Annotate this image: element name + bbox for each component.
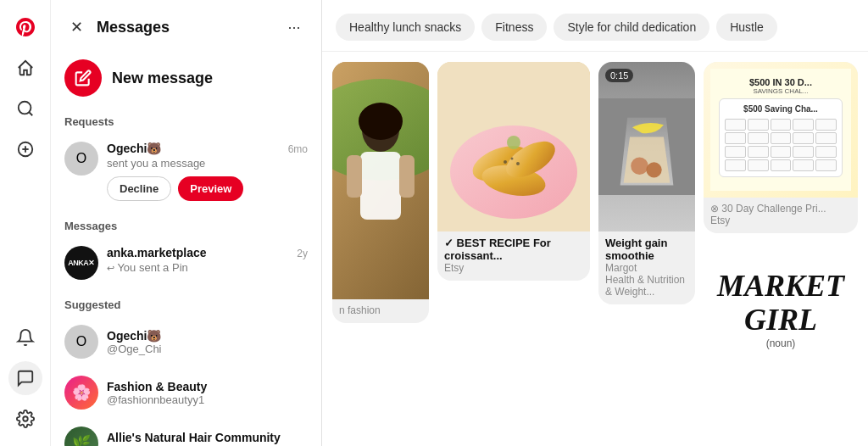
- pin-column-2: ✓ BEST RECIPE For croissant... Etsy: [437, 62, 590, 436]
- fashion-avatar: 🌸: [64, 376, 98, 410]
- ogechi-suggested-handle: @Oge_Chi: [107, 343, 162, 355]
- pin-card-woman-body: n fashion: [332, 299, 429, 323]
- messages-scroll-area[interactable]: Requests O Ogechi🐻 sent you a message De…: [51, 105, 321, 446]
- pinterest-logo[interactable]: [8, 10, 42, 44]
- pin-card-market-girl[interactable]: MARKETGIRL (noun): [704, 242, 858, 377]
- savings-grid: [725, 119, 837, 171]
- notifications-nav-item[interactable]: [8, 321, 42, 354]
- home-nav-item[interactable]: [8, 51, 42, 85]
- svg-point-21: [507, 136, 520, 149]
- messages-header-left: ✕ Messages: [64, 15, 170, 39]
- svg-rect-11: [347, 155, 362, 198]
- messages-section-header: Messages: [51, 209, 321, 237]
- pin-column-1: n fashion: [332, 62, 429, 436]
- pin-column-3: 0:15: [598, 62, 695, 436]
- pin-image-smoothie: [598, 62, 695, 231]
- message-item-anka[interactable]: ANKA✕ anka.marketplace ↩ You sent a Pin …: [51, 237, 321, 288]
- pin-grid: n fashion: [322, 52, 868, 446]
- explore-nav-item[interactable]: [8, 92, 42, 125]
- tab-healthy-lunch[interactable]: Healthy lunch snacks: [336, 14, 475, 41]
- suggested-item-ogechi[interactable]: O Ogechi🐻 @Oge_Chi: [51, 316, 321, 367]
- pin-image-savings: $500 IN 30 D... SAVINGS CHAL... $500 Sav…: [704, 62, 858, 198]
- pin-image-woman: [332, 62, 429, 299]
- suggested-item-fashion[interactable]: 🌸 Fashion & Beauty @fashionnbeautyy1: [51, 367, 321, 418]
- pin-card-smoothie[interactable]: 0:15: [598, 62, 695, 304]
- anka-name: anka.marketplace: [107, 246, 288, 259]
- pin-card-savings-desc: ⊗ 30 Day Challenge Pri...: [710, 203, 851, 215]
- svg-point-18: [504, 160, 507, 164]
- pin-card-savings-source: Etsy: [710, 215, 851, 226]
- tab-hustle[interactable]: Hustle: [716, 14, 777, 41]
- anka-avatar: ANKA✕: [64, 246, 98, 280]
- pin-card-smoothie-body: Weight gain smoothie Margot Health & Nut…: [598, 231, 695, 304]
- pin-card-croissant-source: Etsy: [444, 262, 583, 274]
- suggested-item-allie[interactable]: 🌿 Allie's Natural Hair Community @allier…: [51, 418, 321, 446]
- messages-panel: ✕ Messages ··· New message Requests O Og…: [51, 0, 322, 446]
- pin-card-croissant-body: ✓ BEST RECIPE For croissant... Etsy: [437, 231, 590, 281]
- ogechi-suggested-name: Ogechi🐻: [107, 329, 162, 343]
- fashion-info: Fashion & Beauty @fashionnbeautyy1: [107, 380, 207, 406]
- tab-style-child[interactable]: Style for child dedication: [554, 14, 709, 41]
- svg-point-24: [646, 162, 661, 177]
- requests-section-header: Requests: [51, 105, 321, 133]
- pin-card-croissant-title: ✓ BEST RECIPE For croissant...: [444, 237, 583, 262]
- messages-nav-item[interactable]: [8, 361, 42, 395]
- ogechi-request-name: Ogechi🐻: [107, 142, 280, 155]
- svg-point-5: [23, 416, 28, 421]
- pin-card-smoothie-subsource: Health & Nutrition & Weight...: [605, 274, 688, 298]
- pin-card-savings[interactable]: $500 IN 30 D... SAVINGS CHAL... $500 Sav…: [704, 62, 858, 233]
- ogechi-suggested-info: Ogechi🐻 @Oge_Chi: [107, 329, 162, 355]
- svg-point-23: [631, 158, 648, 176]
- svg-rect-10: [360, 152, 401, 220]
- pin-video-badge: 0:15: [605, 69, 633, 82]
- ogechi-request-subtext: sent you a message: [107, 157, 280, 170]
- pin-image-market: MARKETGIRL (noun): [704, 242, 858, 377]
- anka-message-content: anka.marketplace ↩ You sent a Pin: [107, 246, 288, 274]
- messages-more-button[interactable]: ···: [281, 14, 308, 41]
- anka-time: 2y: [297, 248, 308, 259]
- request-item-ogechi[interactable]: O Ogechi🐻 sent you a message Decline Pre…: [51, 133, 321, 209]
- pin-card-smoothie-source: Margot: [605, 262, 688, 274]
- ogechi-request-avatar: O: [64, 142, 98, 176]
- messages-title: Messages: [97, 19, 170, 36]
- suggested-section-header: Suggested: [51, 288, 321, 316]
- category-tabs: Healthy lunch snacks Fitness Style for c…: [322, 0, 868, 52]
- pin-card-croissant[interactable]: ✓ BEST RECIPE For croissant... Etsy: [437, 62, 590, 281]
- pin-card-smoothie-title: Weight gain smoothie: [605, 237, 688, 262]
- allie-avatar: 🌿: [64, 426, 98, 446]
- svg-point-19: [510, 158, 513, 160]
- decline-button[interactable]: Decline: [107, 176, 171, 201]
- anka-subtext: ↩ You sent a Pin: [107, 261, 288, 274]
- pin-card-savings-body: ⊗ 30 Day Challenge Pri... Etsy: [704, 198, 858, 233]
- allie-name: Allie's Natural Hair Community: [107, 431, 281, 444]
- preview-button[interactable]: Preview: [178, 176, 243, 201]
- ogechi-request-time: 6mo: [288, 143, 308, 155]
- svg-point-0: [18, 102, 31, 114]
- svg-rect-12: [399, 155, 415, 198]
- svg-point-9: [359, 103, 403, 140]
- fashion-name: Fashion & Beauty: [107, 380, 207, 393]
- create-nav-item[interactable]: [8, 132, 42, 166]
- main-content: Healthy lunch snacks Fitness Style for c…: [322, 0, 868, 446]
- fashion-handle: @fashionnbeautyy1: [107, 393, 207, 406]
- messages-header: ✕ Messages ···: [51, 0, 321, 51]
- pin-card-woman[interactable]: n fashion: [332, 62, 429, 323]
- allie-info: Allie's Natural Hair Community @allieruc…: [107, 431, 281, 447]
- pin-card-woman-title: n fashion: [339, 304, 422, 316]
- left-navigation: [0, 0, 51, 446]
- tab-fitness[interactable]: Fitness: [481, 14, 547, 41]
- new-message-label: New message: [112, 70, 213, 87]
- ogechi-request-content: Ogechi🐻 sent you a message Decline Previ…: [107, 142, 280, 201]
- close-messages-button[interactable]: ✕: [64, 15, 88, 39]
- ogechi-suggested-avatar: O: [64, 325, 98, 359]
- new-message-button[interactable]: New message: [51, 51, 321, 105]
- settings-nav-item[interactable]: [8, 402, 42, 436]
- new-message-icon: [64, 59, 102, 97]
- pin-image-croissant: [437, 62, 590, 231]
- request-action-buttons: Decline Preview: [107, 176, 280, 201]
- pin-column-4: $500 IN 30 D... SAVINGS CHAL... $500 Sav…: [704, 62, 858, 436]
- svg-line-1: [29, 112, 32, 115]
- svg-point-20: [516, 162, 520, 165]
